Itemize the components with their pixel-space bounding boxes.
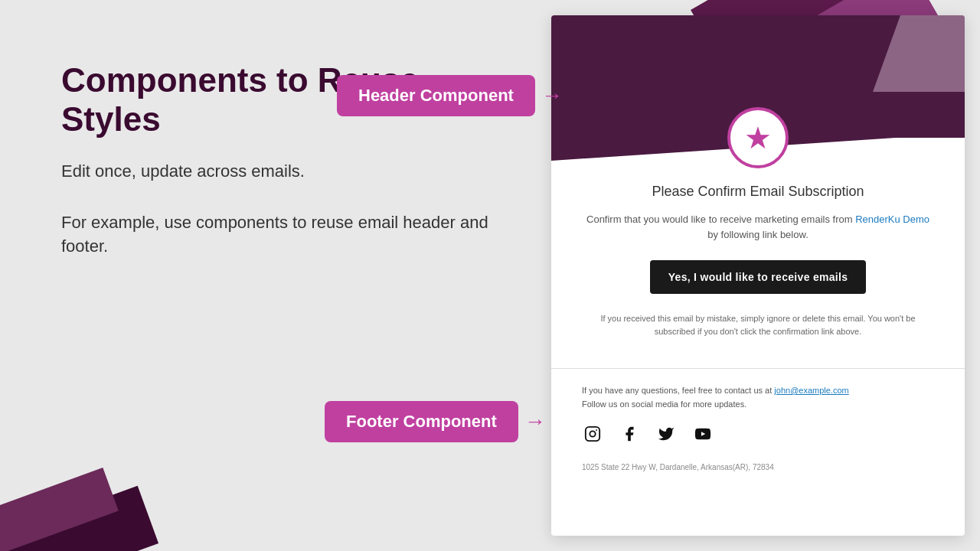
header-label-pill: Header Component [337, 75, 535, 116]
social-icons [582, 423, 934, 445]
body-text-1: Confirm that you would like to receive m… [586, 214, 855, 225]
subtitle: Edit once, update across emails. [61, 160, 505, 184]
footer-contact-2: Follow us on social media for more updat… [582, 399, 746, 409]
svg-rect-0 [586, 427, 599, 441]
header-arrow: → [541, 83, 563, 108]
description: For example, use components to reuse ema… [61, 211, 505, 259]
header-component-label: Header Component → [337, 75, 563, 116]
svg-point-2 [596, 429, 597, 431]
svg-point-1 [590, 432, 595, 437]
footer-email[interactable]: john@example.com [774, 386, 848, 395]
footer-arrow: → [524, 409, 546, 434]
body-text-2: by following link below. [707, 229, 808, 240]
instagram-icon[interactable] [582, 423, 603, 445]
twitter-icon[interactable] [655, 423, 677, 445]
email-header: ★ [551, 15, 965, 138]
email-footer: If you have any questions, feel free to … [551, 384, 965, 487]
footer-address: 1025 State 22 Hwy W, Dardanelle, Arkansa… [582, 463, 934, 471]
email-subject: Please Confirm Email Subscription [582, 184, 934, 200]
email-preview: ★ Please Confirm Email Subscription Conf… [551, 15, 965, 536]
footer-label-pill: Footer Component [325, 401, 518, 442]
footer-contact: If you have any questions, feel free to … [582, 384, 934, 411]
header-deco [873, 15, 965, 92]
star-icon: ★ [744, 122, 772, 153]
divider [551, 368, 965, 369]
email-body: Please Confirm Email Subscription Confir… [551, 138, 965, 368]
footer-component-label: Footer Component → [325, 401, 546, 442]
facebook-icon[interactable] [619, 423, 640, 445]
confirm-button[interactable]: Yes, I would like to receive emails [650, 260, 867, 294]
renderku-link[interactable]: RenderKu Demo [855, 214, 929, 225]
email-body-text: Confirm that you would like to receive m… [582, 212, 934, 242]
footer-contact-1: If you have any questions, feel free to … [582, 386, 774, 395]
email-logo: ★ [727, 107, 789, 168]
youtube-icon[interactable] [692, 423, 714, 445]
email-small-text: If you received this email by mistake, s… [582, 312, 934, 337]
